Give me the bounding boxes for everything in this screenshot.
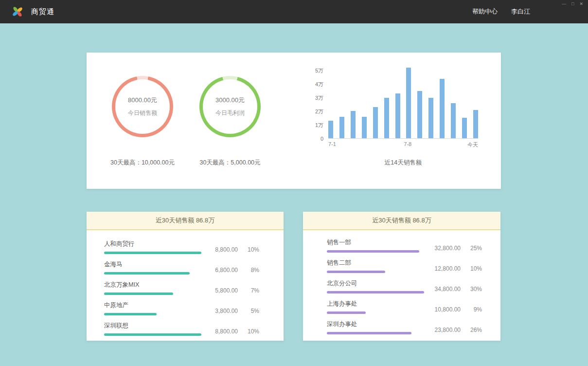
ranking-item-value: 23,800.00 [430,327,461,333]
ranking-item-bar-track [104,252,201,254]
ranking-row-left: 中原地产 [104,301,208,315]
ranking-item-value: 3,800.00 [208,308,238,314]
ranking-row-right: 34,800.00 30% [430,286,482,293]
ranking-item-name: 销售一部 [327,238,430,247]
ranking-row: 深圳办事处 23,800.00 26% [327,320,482,334]
titlebar: 商贸通 帮助中心 李白江 — □ ✕ [0,0,588,23]
chart-x-axis: 7-1 7-8 今天 [328,141,478,149]
ranking-row: 销售一部 32,800.00 25% [327,238,482,253]
customer-ranking-list: 人和商贸行 8,800.00 10% 金海马 6,800.00 8% 北京万象M… [87,230,284,336]
maximize-icon[interactable]: □ [571,1,574,7]
ranking-item-bar [104,313,157,315]
ranking-item-name: 人和商贸行 [104,240,208,248]
ranking-item-bar-track [327,291,424,293]
ranking-item-bar [104,333,201,336]
ranking-item-percent: 8% [246,267,259,274]
today-sales-30day-max: 30天最高：10,000.00元 [96,159,189,167]
ranking-item-bar-track [327,250,424,253]
bar-chart-bar [473,110,478,138]
bar-chart-bar [417,91,422,138]
ranking-row-right: 5,800.00 7% [208,287,259,295]
bar-chart-bar [406,68,411,138]
close-icon[interactable]: ✕ [579,1,583,7]
customer-ranking-title: 近30天销售额 86.8万 [87,212,284,230]
y-axis-label: 4万 [315,81,323,88]
y-axis-label: 2万 [315,108,323,115]
ranking-item-percent: 9% [468,306,482,313]
bar-chart-bar [462,118,467,138]
today-profit-30day-max: 30天最高：5,000.00元 [184,159,276,167]
ranking-item-name: 中原地产 [104,301,208,310]
today-sales-gauge: 8000.00元 今日销售额 30天最高：10,000.00元 [96,76,189,167]
bar-chart-bar [339,117,344,138]
ranking-item-value: 5,800.00 [208,287,238,294]
bar-chart-bar [351,111,356,138]
help-center-link[interactable]: 帮助中心 [472,7,498,16]
ranking-item-percent: 10% [246,246,259,253]
ranking-item-name: 北京分公司 [327,279,430,288]
x-axis-label: 7-8 [404,141,411,147]
window-controls: — □ ✕ [562,1,583,7]
ranking-row: 北京万象MIX 5,800.00 7% [104,281,259,295]
ranking-item-percent: 30% [468,286,482,293]
ranking-item-value: 8,800.00 [208,246,238,253]
bar-chart-bar [440,79,445,138]
titlebar-links: 帮助中心 李白江 [459,7,530,16]
ranking-row-left: 深圳联想 [104,322,208,336]
ranking-item-bar-track [104,333,201,336]
ranking-item-percent: 7% [246,287,259,294]
ranking-item-bar [104,272,190,274]
ranking-item-bar-track [327,271,424,273]
ranking-item-bar [327,332,411,334]
ranking-item-value: 8,800.00 [208,328,238,335]
username-link[interactable]: 李白江 [511,7,530,16]
ranking-item-value: 12,800.00 [430,265,461,272]
ranking-row: 中原地产 3,800.00 5% [104,301,259,315]
ranking-item-bar-track [104,293,201,295]
ranking-item-percent: 26% [468,327,482,333]
ranking-row-right: 6,800.00 8% [208,267,259,274]
app-title: 商贸通 [31,7,54,17]
ranking-row-left: 销售一部 [327,238,430,253]
ranking-row-right: 8,800.00 10% [208,328,259,336]
bar-chart-bar [428,98,433,138]
ranking-row: 北京分公司 34,800.00 30% [327,279,482,293]
ranking-item-bar-track [104,313,201,315]
ranking-item-name: 深圳办事处 [327,320,430,329]
customer-ranking-card: 近30天销售额 86.8万 人和商贸行 8,800.00 10% 金海马 6,8… [87,212,284,341]
department-ranking-title: 近30天销售额 86.8万 [303,212,500,230]
ranking-row-left: 北京万象MIX [104,281,208,295]
app-logo-icon [12,6,23,18]
ranking-row: 销售二部 12,800.00 10% [327,259,482,273]
ranking-item-name: 上海办事处 [327,300,430,308]
chart-caption: 近14天销售额 [328,159,478,167]
y-axis-label: 5万 [315,67,323,74]
ranking-item-name: 金海马 [104,260,208,269]
ranking-item-bar-track [104,272,201,274]
bar-plot [328,71,478,139]
ranking-row: 深圳联想 8,800.00 10% [104,322,259,336]
ranking-row-right: 8,800.00 10% [208,246,259,254]
ranking-row-right: 10,800.00 9% [430,306,482,314]
today-profit-value: 3000.00元 [215,96,245,105]
today-sales-ring-center: 8000.00元 今日销售额 [115,79,170,134]
ranking-row: 上海办事处 10,800.00 9% [327,300,482,314]
department-ranking-list: 销售一部 32,800.00 25% 销售二部 12,800.00 10% 北京… [303,230,500,334]
today-profit-label: 今日毛利润 [215,109,245,117]
y-axis-label: 0 [321,136,323,142]
ranking-item-percent: 10% [246,328,259,335]
ranking-item-bar [327,250,419,253]
ranking-item-name: 销售二部 [327,259,430,267]
chart-plot-row: 5万 4万 3万 2万 1万 0 [308,71,478,139]
y-axis-label: 1万 [315,122,323,129]
ranking-row: 人和商贸行 8,800.00 10% [104,240,259,254]
y-axis-label: 3万 [315,94,323,102]
minimize-icon[interactable]: — [562,1,566,7]
ranking-item-value: 32,800.00 [430,245,461,252]
today-sales-ring: 8000.00元 今日销售额 [112,76,173,137]
ranking-item-bar [327,311,366,314]
ranking-row-right: 12,800.00 10% [430,265,482,273]
x-axis-label: 7-1 [328,141,336,147]
ranking-item-value: 34,800.00 [430,286,461,293]
x-axis-label: 今天 [467,141,478,148]
